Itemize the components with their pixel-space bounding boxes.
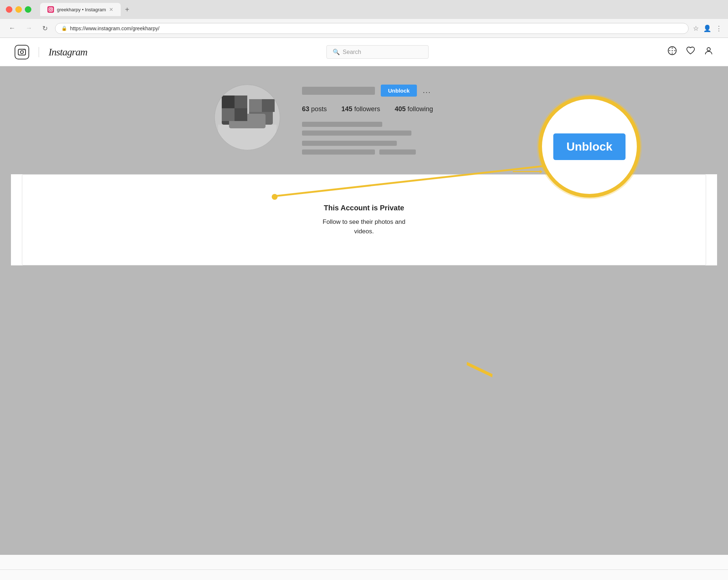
- new-tab-button[interactable]: +: [122, 4, 132, 15]
- lock-icon: 🔒: [61, 26, 67, 31]
- more-options-button[interactable]: ...: [423, 86, 431, 95]
- followers-stat[interactable]: 145 followers: [341, 105, 380, 113]
- main-content: Unblock ... 63 posts 145 followers: [0, 66, 728, 555]
- search-bar[interactable]: 🔍 Search: [326, 45, 429, 59]
- svg-rect-4: [18, 49, 26, 55]
- maximize-window-button[interactable]: [25, 6, 31, 13]
- svg-line-23: [467, 363, 492, 376]
- bio-line-2: [302, 131, 411, 136]
- svg-point-5: [20, 51, 23, 54]
- svg-rect-21: [262, 99, 275, 112]
- svg-point-3: [52, 8, 53, 9]
- search-icon: 🔍: [333, 48, 340, 55]
- forward-button[interactable]: →: [23, 23, 35, 34]
- traffic-lights: [6, 6, 31, 13]
- address-bar[interactable]: 🔒 https://www.instagram.com/greekharpy/: [55, 23, 689, 34]
- url-text: https://www.instagram.com/greekharpy/: [70, 26, 159, 31]
- reload-button[interactable]: ↻: [39, 23, 51, 34]
- instagram-logo-area: Instagram: [15, 45, 87, 59]
- instagram-wordmark: Instagram: [49, 46, 87, 58]
- bookmark-button[interactable]: ☆: [693, 24, 699, 32]
- svg-rect-16: [222, 96, 235, 108]
- arrow-line: [513, 171, 542, 172]
- svg-rect-20: [249, 99, 262, 112]
- search-placeholder: Search: [343, 49, 361, 55]
- profile-menu-button[interactable]: 👤: [703, 24, 711, 32]
- followers-count: 145: [341, 105, 352, 113]
- bio-line-4: [302, 149, 375, 155]
- arrow-tip: [540, 170, 543, 174]
- unblock-button[interactable]: Unblock: [381, 85, 417, 97]
- bio-line-1: [302, 122, 382, 127]
- browser-addressbar: ← → ↻ 🔒 https://www.instagram.com/greekh…: [0, 19, 728, 38]
- private-subtitle: Follow to see their photos andvideos.: [37, 217, 691, 236]
- svg-rect-17: [235, 96, 247, 108]
- arrow-dot: [272, 194, 278, 200]
- minimize-window-button[interactable]: [15, 6, 22, 13]
- profile-stats: 63 posts 145 followers 405 following: [302, 105, 514, 113]
- profile-container: Unblock ... 63 posts 145 followers: [200, 85, 528, 160]
- browser-menu-button[interactable]: ⋮: [716, 24, 722, 32]
- browser-titlebar: greekharpy • Instagram ✕ +: [0, 0, 728, 19]
- profile-username-blurred: [302, 87, 375, 95]
- svg-point-6: [24, 50, 24, 50]
- following-stat[interactable]: 405 following: [395, 105, 433, 113]
- svg-rect-14: [218, 125, 276, 150]
- svg-rect-0: [47, 6, 54, 13]
- header-nav-icons: [667, 46, 713, 58]
- tab-favicon: [47, 6, 54, 13]
- instagram-footer: ABOUT US SUPPORT PRESS API JOBS PRIVACY …: [0, 569, 728, 580]
- bio-line-3: [302, 141, 397, 146]
- close-window-button[interactable]: [6, 6, 12, 13]
- instagram-header: Instagram 🔍 Search: [0, 38, 728, 66]
- tab-bar: greekharpy • Instagram ✕ +: [40, 3, 132, 16]
- back-button[interactable]: ←: [6, 23, 18, 34]
- browser-frame: greekharpy • Instagram ✕ + ← → ↻ 🔒 https…: [0, 0, 728, 38]
- heart-icon[interactable]: [686, 46, 695, 58]
- posts-stat: 63 posts: [302, 105, 327, 113]
- bio-line-5: [379, 149, 416, 155]
- active-tab[interactable]: greekharpy • Instagram ✕: [40, 3, 121, 16]
- instagram-camera-icon: [15, 45, 29, 59]
- profile-avatar: [214, 85, 280, 150]
- following-count: 405: [395, 105, 406, 113]
- spotlight-unblock-button[interactable]: Unblock: [553, 133, 626, 160]
- private-title: This Account is Private: [37, 204, 691, 212]
- following-label: following: [407, 105, 433, 113]
- tab-close-button[interactable]: ✕: [109, 7, 113, 12]
- profile-icon[interactable]: [704, 46, 713, 58]
- posts-count: 63: [302, 105, 309, 113]
- spotlight-circle: Unblock: [538, 96, 640, 198]
- unblock-spotlight-container: Unblock: [538, 96, 640, 198]
- tab-title: greekharpy • Instagram: [57, 7, 106, 12]
- svg-point-8: [672, 50, 673, 51]
- svg-rect-18: [222, 108, 235, 121]
- svg-point-9: [707, 48, 710, 51]
- profile-bio: [302, 122, 514, 160]
- svg-rect-19: [235, 108, 247, 121]
- followers-label: followers: [354, 105, 380, 113]
- profile-info: Unblock ... 63 posts 145 followers: [302, 85, 514, 160]
- header-divider: [39, 47, 39, 57]
- profile-top-row: Unblock ...: [302, 85, 514, 97]
- compass-icon[interactable]: [667, 46, 677, 58]
- posts-label: posts: [311, 105, 327, 113]
